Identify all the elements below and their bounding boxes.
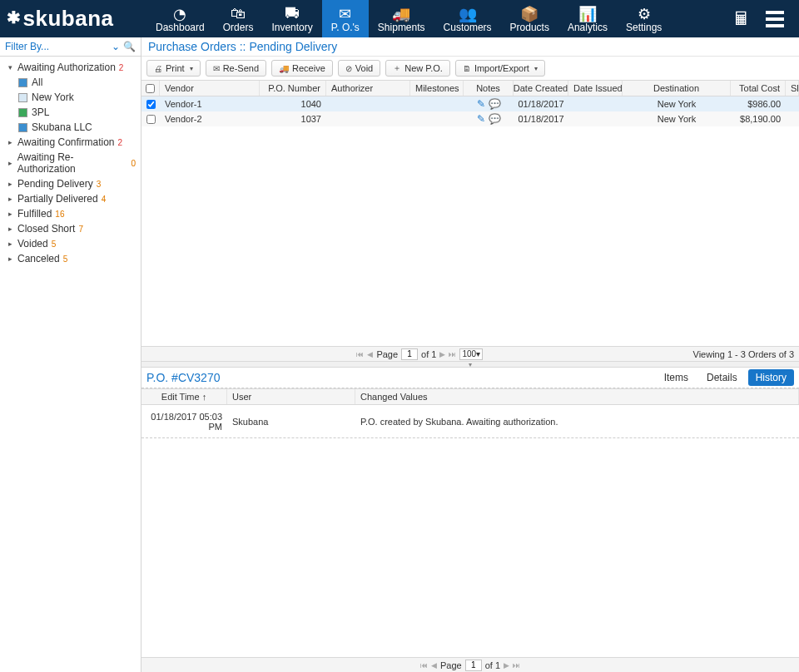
sidebar-item-pending-delivery[interactable]: ▸Pending Delivery3	[0, 176, 141, 191]
col-milestones[interactable]: Milestones	[410, 81, 464, 96]
nav-analytics[interactable]: 📊Analytics	[558, 0, 617, 37]
comment-icon[interactable]: 💬	[489, 98, 501, 110]
sidebar-item-closed-short[interactable]: ▸Closed Short7	[0, 221, 141, 236]
tree-arrow-icon: ▸	[8, 210, 15, 218]
page-prev-icon[interactable]: ◀	[367, 350, 373, 358]
nav-icon: 📦	[520, 5, 538, 22]
col-total-cost[interactable]: Total Cost	[731, 81, 786, 96]
grid-pager: ⏮ ◀ Page of 1 ▶ ⏭ 100 ▾ Viewing 1 - 3 Or…	[141, 346, 799, 361]
sidebar-item-all[interactable]: All	[0, 75, 141, 90]
sidebar-item-awaiting-re-authorization[interactable]: ▸Awaiting Re-Authorization0	[0, 150, 141, 176]
page-next-icon[interactable]: ▶	[439, 350, 445, 358]
detail-title: P.O. #CV3270	[146, 371, 657, 384]
col-changed-values[interactable]: Changed Values	[355, 389, 799, 404]
color-swatch-icon	[18, 108, 27, 117]
page-size-select[interactable]: 100 ▾	[459, 348, 483, 360]
void-button[interactable]: ⊘Void	[338, 60, 380, 77]
plus-icon: ＋	[393, 62, 401, 74]
col-date-created[interactable]: Date Created	[514, 81, 568, 96]
nav-settings[interactable]: ⚙Settings	[617, 0, 671, 37]
nav-icon: 📊	[578, 5, 597, 22]
tree-arrow-icon: ▸	[8, 240, 15, 248]
tab-items[interactable]: Items	[657, 369, 696, 386]
grid-header: Vendor P.O. Number Authorizer Milestones…	[141, 80, 799, 96]
sidebar-item-awaiting-confirmation[interactable]: ▸Awaiting Confirmation2	[0, 135, 141, 150]
nav-dashboard[interactable]: ◔Dashboard	[146, 0, 214, 37]
tree-arrow-icon: ▾	[8, 63, 15, 72]
brand-logo: ✱skubana	[0, 0, 146, 37]
color-swatch-icon	[18, 123, 27, 132]
nav-products[interactable]: 📦Products	[501, 0, 558, 37]
calculator-icon[interactable]: 🖩	[732, 8, 751, 30]
col-auth[interactable]: Authorizer	[326, 81, 410, 96]
new-po-button[interactable]: ＋New P.O.	[385, 60, 450, 77]
table-row[interactable]: Vendor-21037✎💬01/18/2017New York$8,190.0…	[141, 111, 799, 126]
nav-inventory[interactable]: ⛟Inventory	[262, 0, 321, 37]
nav-customers[interactable]: 👥Customers	[434, 0, 501, 37]
filter-search-icon[interactable]: 🔍	[123, 41, 136, 52]
import-export-button[interactable]: 🗎Import/Export▾	[455, 60, 545, 77]
void-icon: ⊘	[345, 64, 352, 73]
sidebar-item-canceled[interactable]: ▸Canceled5	[0, 251, 141, 266]
nav-icon: ✉	[339, 5, 351, 22]
filter-expand-icon[interactable]: ⌄	[112, 41, 120, 52]
nav-p-o-s[interactable]: ✉P. O.'s	[322, 0, 369, 37]
resend-button[interactable]: ✉Re-Send	[206, 60, 266, 77]
viewing-label: Viewing 1 - 3 Orders of 3	[693, 349, 794, 359]
tree-arrow-icon: ▸	[8, 254, 15, 263]
page-first-icon[interactable]: ⏮	[356, 350, 364, 358]
table-row[interactable]: Vendor-11040✎💬01/18/2017New York$986.00	[141, 96, 799, 111]
nav-shipments[interactable]: 🚚Shipments	[369, 0, 434, 37]
sidebar-item--pl[interactable]: 3PL	[0, 105, 141, 120]
print-icon: 🖨	[154, 64, 162, 73]
print-button[interactable]: 🖨Print▾	[146, 60, 201, 77]
sidebar-item-fulfilled[interactable]: ▸Fulfilled16	[0, 206, 141, 221]
tree-arrow-icon: ▸	[8, 195, 15, 203]
row-checkbox[interactable]	[146, 115, 156, 124]
col-date-issued[interactable]: Date Issued	[568, 81, 623, 96]
menu-icon[interactable]	[766, 11, 784, 27]
truck-icon: 🚚	[279, 64, 289, 73]
color-swatch-icon	[18, 93, 27, 102]
edit-icon[interactable]: ✎	[477, 98, 485, 110]
page-input[interactable]	[401, 348, 418, 360]
col-sh[interactable]: Sh	[786, 81, 799, 96]
sidebar-item-skubana-llc[interactable]: Skubana LLC	[0, 120, 141, 135]
col-destination[interactable]: Destination	[623, 81, 731, 96]
col-vendor[interactable]: Vendor	[160, 81, 260, 96]
tab-history[interactable]: History	[748, 369, 794, 386]
filter-bar: Filter By... ⌄ 🔍	[0, 37, 141, 57]
hist-page-last-icon[interactable]: ⏭	[513, 661, 520, 670]
col-po[interactable]: P.O. Number	[260, 81, 326, 96]
nav-icon: ⚙	[638, 5, 651, 22]
top-nav: ✱skubana ◔Dashboard🛍Orders⛟Inventory✉P. …	[0, 0, 799, 37]
nav-icon: 👥	[459, 5, 477, 22]
page-last-icon[interactable]: ⏭	[449, 350, 456, 358]
sidebar-item-new-york[interactable]: New York	[0, 90, 141, 105]
receive-button[interactable]: 🚚Receive	[271, 60, 333, 77]
edit-icon[interactable]: ✎	[477, 113, 485, 125]
sidebar-item-awaiting-authorization[interactable]: ▾Awaiting Authorization2	[0, 60, 141, 75]
filter-label: Filter By...	[5, 41, 108, 52]
col-notes[interactable]: Notes	[464, 81, 514, 96]
hist-page-input[interactable]	[465, 660, 482, 671]
splitter-handle[interactable]: ▾	[141, 361, 799, 368]
tree-arrow-icon: ▸	[8, 225, 15, 233]
hist-page-prev-icon[interactable]: ◀	[431, 661, 437, 670]
tab-details[interactable]: Details	[699, 369, 745, 386]
sidebar-item-voided[interactable]: ▸Voided5	[0, 236, 141, 251]
col-user[interactable]: User	[227, 389, 355, 404]
history-pager: ⏮ ◀ Page of 1 ▶ ⏭	[141, 657, 799, 672]
col-edit-time[interactable]: Edit Time ↑	[141, 389, 227, 404]
sidebar-item-partially-delivered[interactable]: ▸Partially Delivered4	[0, 191, 141, 206]
select-all-checkbox[interactable]	[146, 84, 155, 93]
hist-page-first-icon[interactable]: ⏮	[420, 661, 428, 670]
nav-icon: ◔	[173, 5, 186, 22]
hist-page-next-icon[interactable]: ▶	[504, 661, 509, 670]
history-row: 01/18/2017 05:03 PMSkubanaP.O. created b…	[141, 405, 799, 438]
row-checkbox[interactable]	[146, 100, 156, 109]
po-grid: Vendor P.O. Number Authorizer Milestones…	[141, 80, 799, 346]
tree-arrow-icon: ▸	[8, 159, 15, 167]
comment-icon[interactable]: 💬	[489, 113, 501, 125]
nav-orders[interactable]: 🛍Orders	[214, 0, 263, 37]
